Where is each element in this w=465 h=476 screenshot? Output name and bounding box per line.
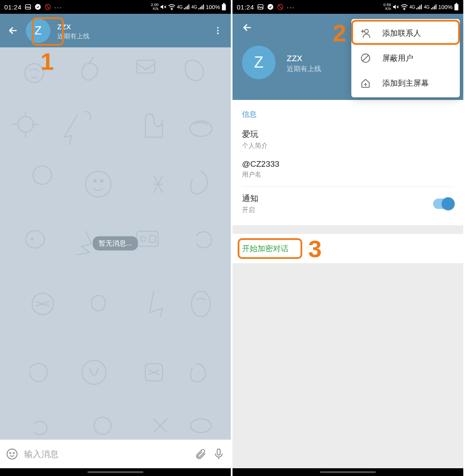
- status-4g-1: 4G: [177, 5, 183, 9]
- svg-rect-6: [187, 6, 188, 9]
- svg-point-20: [190, 121, 212, 137]
- home-plus-icon: [360, 78, 371, 89]
- arrow-left-icon: [7, 25, 19, 36]
- profile-body: 信息 爱玩 个人简介 @CZ2333 用户名 通知 开启 开始加密对话: [232, 100, 463, 468]
- notifications-label: 通知: [242, 193, 433, 204]
- picture-icon: [257, 3, 264, 10]
- start-secret-chat-button[interactable]: 开始加密对话: [242, 234, 454, 263]
- add-person-icon: [360, 28, 371, 39]
- menu-add-contact[interactable]: 添加联系人: [351, 21, 460, 46]
- block-icon: [44, 3, 51, 10]
- status-speed: 0.59K/s: [384, 3, 391, 11]
- menu-block-user[interactable]: 屏蔽用户: [351, 46, 460, 71]
- more-vertical-icon: [213, 26, 223, 35]
- signal-icon-1: [416, 4, 422, 10]
- svg-point-14: [217, 27, 219, 29]
- svg-point-36: [13, 453, 14, 454]
- menu-add-to-home[interactable]: 添加到主屏幕: [351, 71, 460, 96]
- status-speed: 2.00K/s: [151, 3, 159, 11]
- svg-rect-46: [431, 8, 432, 9]
- svg-rect-7: [189, 4, 189, 9]
- svg-rect-49: [435, 4, 436, 9]
- bio-value: 爱玩: [242, 129, 454, 140]
- svg-point-34: [7, 449, 17, 459]
- svg-point-15: [217, 30, 219, 31]
- contact-status: 近期有上线: [287, 65, 321, 74]
- status-ellipsis: ···: [54, 3, 62, 11]
- svg-point-16: [217, 33, 219, 34]
- avatar[interactable]: Z: [242, 46, 276, 79]
- menu-add-contact-label: 添加联系人: [382, 28, 421, 38]
- status-time: 01:24: [237, 3, 254, 11]
- svg-rect-25: [137, 231, 158, 246]
- status-battery-pct: 100%: [206, 4, 220, 10]
- svg-rect-8: [198, 8, 199, 9]
- svg-point-19: [18, 117, 34, 132]
- back-button[interactable]: [239, 20, 255, 35]
- nav-bar: [0, 468, 231, 476]
- status-4g-2: 4G: [424, 5, 429, 9]
- battery-icon: [221, 3, 226, 11]
- svg-point-32: [94, 417, 111, 435]
- svg-rect-50: [455, 4, 459, 10]
- svg-rect-9: [200, 7, 201, 9]
- svg-point-17: [25, 64, 44, 83]
- attachment-icon[interactable]: [195, 448, 207, 460]
- menu-add-to-home-label: 添加到主屏幕: [382, 78, 429, 88]
- check-badge-icon: [267, 3, 274, 10]
- svg-point-39: [267, 4, 273, 9]
- nav-bar: [232, 468, 463, 476]
- back-button[interactable]: [5, 23, 21, 38]
- overflow-menu: 添加联系人 屏蔽用户 添加到主屏幕: [351, 19, 460, 97]
- status-ellipsis: ···: [287, 3, 295, 11]
- svg-rect-42: [416, 8, 417, 9]
- header-contact-info[interactable]: zzx 近期有上线: [57, 21, 210, 40]
- svg-point-29: [192, 291, 211, 317]
- signal-icon-2: [198, 4, 205, 10]
- block-icon: [277, 3, 284, 10]
- wifi-icon: [168, 4, 176, 10]
- notifications-value: 开启: [242, 206, 433, 214]
- svg-rect-10: [202, 6, 202, 9]
- username-value: @CZ2333: [242, 159, 454, 169]
- signal-icon-2: [431, 4, 437, 10]
- info-section-title: 信息: [242, 109, 454, 119]
- svg-point-3: [171, 9, 172, 10]
- phone-right: 01:24 ··· 0.59K/s 4G 4G 100% Z zzx 近期有上线: [232, 0, 465, 476]
- emoji-icon[interactable]: [6, 448, 18, 460]
- svg-rect-12: [222, 4, 226, 10]
- menu-block-user-label: 屏蔽用户: [382, 53, 413, 63]
- check-badge-icon: [34, 3, 41, 10]
- empty-message-badge: 暂无消息...: [93, 236, 138, 251]
- svg-point-22: [93, 180, 96, 182]
- phone-left: 01:24 ··· 2.00K/s 4G 4G 100% Z zzx 近期有上线: [0, 0, 232, 476]
- notifications-toggle[interactable]: [433, 199, 454, 209]
- mute-icon: [160, 3, 167, 10]
- svg-rect-48: [434, 6, 435, 9]
- status-time: 01:24: [4, 3, 22, 11]
- info-card: 信息 爱玩 个人简介 @CZ2333 用户名 通知 开启: [232, 100, 463, 225]
- mute-icon: [392, 3, 399, 10]
- bio-row[interactable]: 爱玩 个人简介: [242, 127, 454, 158]
- svg-point-41: [404, 9, 405, 10]
- picture-icon: [25, 3, 31, 10]
- avatar[interactable]: Z: [26, 19, 50, 43]
- username-row[interactable]: @CZ2333 用户名: [242, 158, 454, 187]
- microphone-icon[interactable]: [213, 448, 225, 460]
- svg-rect-43: [418, 7, 419, 9]
- status-bar: 01:24 ··· 0.59K/s 4G 4G 100%: [232, 0, 463, 14]
- svg-rect-45: [421, 4, 422, 9]
- more-button[interactable]: [210, 23, 226, 38]
- notifications-row[interactable]: 通知 开启: [242, 187, 454, 222]
- svg-rect-51: [456, 3, 457, 4]
- svg-point-26: [141, 236, 146, 242]
- svg-rect-27: [149, 236, 155, 243]
- status-4g-1: 4G: [409, 5, 415, 9]
- svg-point-21: [86, 171, 112, 197]
- svg-rect-11: [203, 4, 204, 9]
- username-label: 用户名: [242, 171, 454, 179]
- message-input[interactable]: 输入消息: [24, 448, 189, 460]
- toggle-knob: [442, 197, 455, 210]
- svg-rect-37: [217, 449, 220, 455]
- contact-status: 近期有上线: [57, 32, 210, 40]
